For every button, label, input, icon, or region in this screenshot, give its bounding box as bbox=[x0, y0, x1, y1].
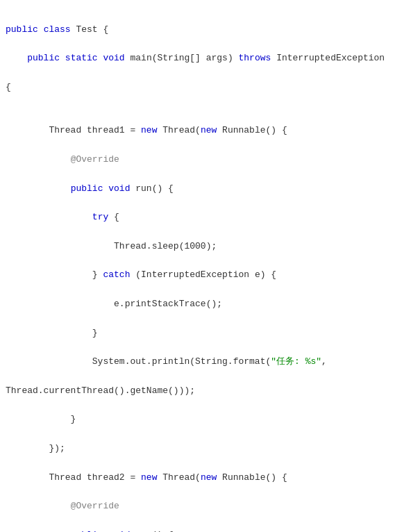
code-line: @Override bbox=[6, 153, 389, 167]
code-line: e.printStackTrace(); bbox=[6, 297, 389, 312]
code-block: public class Test { public static void m… bbox=[0, 6, 395, 532]
code-line: public class Test { bbox=[6, 23, 389, 38]
code-line: Thread thread2 = new Thread(new Runnable… bbox=[6, 471, 389, 485]
code-line: }); bbox=[6, 442, 389, 456]
code-line: public void run() { bbox=[6, 182, 389, 197]
code-line: public static void main(String[] args) t… bbox=[6, 51, 389, 66]
code-line: } bbox=[6, 413, 389, 427]
code-line: } bbox=[6, 326, 389, 341]
code-line: System.out.println(String.format("任务: %s… bbox=[6, 355, 389, 369]
code-line: Thread.sleep(1000); bbox=[6, 240, 389, 254]
code-line: try { bbox=[6, 210, 389, 225]
code-line: public void run() { bbox=[6, 529, 389, 532]
code-line: @Override bbox=[6, 499, 389, 514]
code-line: Thread thread1 = new Thread(new Runnable… bbox=[6, 124, 389, 138]
code-line: { bbox=[6, 81, 389, 95]
code-line: } catch (InterruptedException e) { bbox=[6, 268, 389, 283]
code-line: Thread.currentThread().getName())); bbox=[6, 384, 389, 399]
